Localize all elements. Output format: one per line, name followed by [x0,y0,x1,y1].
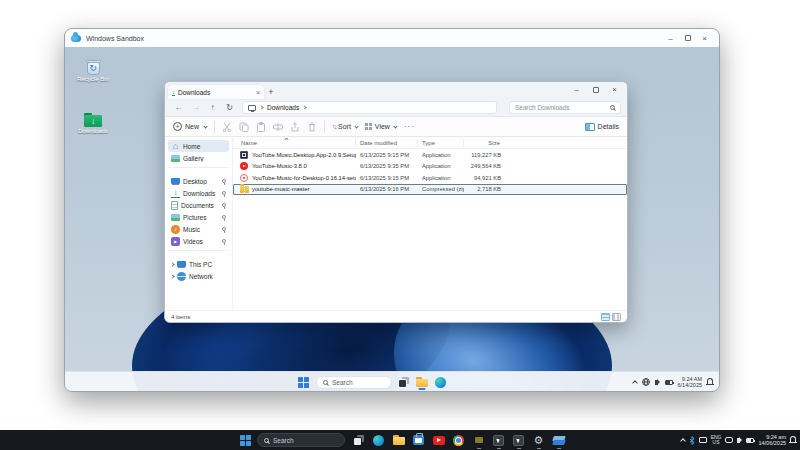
app-window-1-icon [493,435,504,446]
file-explorer-taskbar-button[interactable] [416,374,428,390]
volume-icon[interactable] [737,438,740,443]
desktop-icon-recycle-bin[interactable]: ↻ Recycle Bin [71,59,115,82]
breadcrumb[interactable]: Downloads [242,101,497,114]
sidebar-item-videos[interactable]: ▶Videos [168,235,229,247]
sidebar-item-network[interactable]: Network [168,270,229,282]
edge-taskbar-button[interactable] [371,431,386,449]
up-button[interactable]: ↑ [205,103,220,112]
clock[interactable]: 9:24 AM 6/14/2025 [678,376,702,388]
host-clock[interactable]: 9:24 am 14/06/2025 [758,434,786,446]
explorer-maximize-button[interactable] [586,82,605,97]
column-header-size[interactable]: Size [463,139,503,148]
copy-button[interactable] [239,122,249,132]
file-row[interactable]: YouTube.Music.Desktop.App-2.0.9.Setup6/1… [233,149,627,161]
host-start-button[interactable] [240,435,251,446]
cut-button[interactable] [222,122,232,132]
forward-button[interactable]: → [188,103,203,112]
bluetooth-icon[interactable] [689,436,695,445]
window-title: Windows Sandbox [86,35,144,42]
task-view-taskbar-button[interactable] [351,431,366,449]
youtube-taskbar-button[interactable] [431,431,446,449]
file-row[interactable]: YouTube-Music-3.8.06/13/2025 9:35 PMAppl… [233,161,627,173]
chrome-taskbar-button[interactable] [451,431,466,449]
host-search-input[interactable]: Search [257,433,345,447]
share-button[interactable] [290,122,300,132]
taskbar-search-input[interactable]: Search [316,376,392,389]
app-window-2-taskbar-button[interactable] [511,431,526,449]
explorer-minimize-button[interactable]: – [567,82,586,97]
details-pane-button[interactable]: Details [585,123,619,131]
maximize-button[interactable] [679,30,696,47]
expand-chevron-icon[interactable] [170,274,174,278]
notifications-icon[interactable] [790,436,796,442]
sidebar-item-label: Pictures [183,214,219,221]
sidebar-item-this-pc[interactable]: This PC [168,258,229,270]
start-button[interactable] [298,377,309,388]
refresh-button[interactable]: ↻ [222,103,237,112]
sidebar-section: This PCNetwork [168,258,229,285]
file-explorer-icon [416,377,428,387]
minimize-button[interactable]: – [662,30,679,47]
chevron-right-icon [259,105,263,109]
new-button[interactable]: + New [173,122,207,131]
tray-overflow-chevron-icon[interactable] [680,438,686,444]
tab-close-icon[interactable]: × [256,89,260,96]
sidebar-item-documents[interactable]: Documents [168,199,229,211]
column-header-name[interactable]: Name [239,139,355,148]
sidebar-item-label: Documents [181,202,219,209]
desktop-icon [171,178,180,184]
file-row[interactable]: youtube-music-master6/13/2025 9:16 PMCom… [233,184,627,196]
sidebar-item-downloads[interactable]: ↓Downloads [168,187,229,199]
music-icon: ♪ [171,225,180,234]
settings-taskbar-button[interactable]: ⚙ [531,431,546,449]
paste-button[interactable] [256,122,266,132]
notifications-icon[interactable] [707,378,713,384]
battery-icon[interactable] [746,438,754,443]
tray-overflow-chevron-icon[interactable] [632,380,638,386]
network-globe-icon[interactable] [642,378,650,386]
language-indicator[interactable]: ENG US [711,435,722,446]
new-tab-button[interactable]: + [264,85,278,99]
explorer-close-button[interactable]: × [605,82,624,97]
tab-downloads[interactable]: ↓ Downloads × [168,85,264,99]
back-button[interactable]: ← [171,103,186,112]
desktop-icon-downloads[interactable]: ↓ Downloads [71,113,115,134]
sidebar-item-home[interactable]: ⌂Home [168,140,229,152]
pin-icon [222,227,226,231]
sandbox-titlebar[interactable]: Windows Sandbox – × [65,29,719,47]
cast-icon[interactable] [725,437,733,443]
settings-icon: ⚙ [534,435,544,446]
sidebar-section: ⌂HomeGallery [168,140,229,168]
details-view-button[interactable] [601,313,610,321]
sort-button[interactable]: ↑↓ Sort [332,123,358,130]
sidebar-item-music[interactable]: ♪Music [168,223,229,235]
more-options-button[interactable]: ··· [404,122,415,131]
microsoft-store-taskbar-button[interactable] [411,431,426,449]
file-row[interactable]: YouTube-Music-for-Desktop-0.16.14-setup6… [233,172,627,184]
file-explorer-taskbar-button[interactable] [391,431,406,449]
file-sz: 119,227 KB [464,152,504,158]
file-tp: Application [418,152,464,158]
close-button[interactable]: × [696,30,713,47]
file-icon-app-dark [240,151,248,159]
delete-button[interactable] [307,122,317,132]
app-olive-taskbar-button[interactable] [471,431,486,449]
rename-button[interactable] [273,122,283,132]
battery-icon[interactable] [665,380,673,385]
display-icon[interactable] [699,437,707,443]
app-window-1-taskbar-button[interactable] [491,431,506,449]
sidebar-item-desktop[interactable]: Desktop [168,175,229,187]
large-icons-view-button[interactable] [612,313,621,321]
pin-icon [222,191,226,195]
volume-icon[interactable] [655,380,658,385]
view-button[interactable]: View [365,123,397,131]
expand-chevron-icon[interactable] [170,262,174,266]
windows-sandbox-taskbar-button[interactable] [551,431,566,449]
sidebar-item-gallery[interactable]: Gallery [168,152,229,164]
task-view-button[interactable] [399,377,409,387]
edge-taskbar-button[interactable] [435,377,446,388]
column-header-modified[interactable]: Date modified [355,139,417,148]
column-header-type[interactable]: Type [417,139,463,148]
sidebar-item-pictures[interactable]: Pictures [168,211,229,223]
search-input[interactable]: Search Downloads [509,101,621,114]
